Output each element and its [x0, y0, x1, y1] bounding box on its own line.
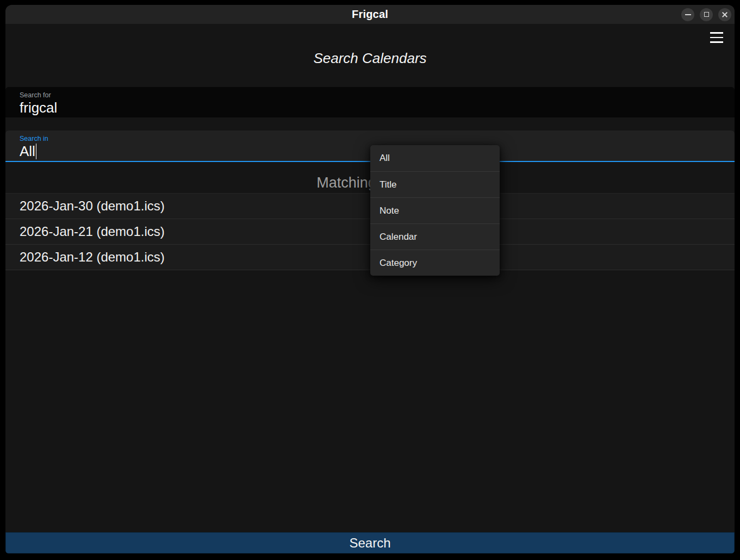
hamburger-menu-icon[interactable] [710, 32, 723, 43]
dropdown-option-all[interactable]: All [370, 145, 500, 171]
close-icon [722, 11, 728, 18]
window-controls [681, 5, 731, 24]
dropdown-option-title[interactable]: Title [370, 171, 500, 197]
dropdown-option-calendar[interactable]: Calendar [370, 223, 500, 250]
page-title: Search Calendars [5, 50, 735, 67]
text-caret [36, 144, 37, 159]
search-for-field[interactable]: Search for frigcal [5, 87, 735, 117]
window-title: Frigcal [352, 8, 388, 21]
search-in-dropdown: All Title Note Calendar Category [370, 145, 500, 276]
dropdown-option-category[interactable]: Category [370, 250, 500, 276]
main-content: Search Calendars Search for frigcal Sear… [5, 24, 735, 532]
search-for-value: frigcal [20, 99, 735, 116]
dropdown-option-note[interactable]: Note [370, 197, 500, 223]
minimize-button[interactable] [681, 8, 694, 21]
search-for-label: Search for [20, 87, 735, 99]
search-in-label: Search in [20, 130, 735, 142]
app-window: Frigcal Search Calendars Search for frig… [5, 5, 735, 553]
maximize-button[interactable] [700, 8, 713, 21]
search-button[interactable]: Search [5, 532, 735, 553]
close-button[interactable] [718, 8, 731, 21]
maximize-icon [704, 12, 709, 17]
titlebar: Frigcal [5, 5, 735, 24]
minimize-icon [685, 14, 691, 15]
